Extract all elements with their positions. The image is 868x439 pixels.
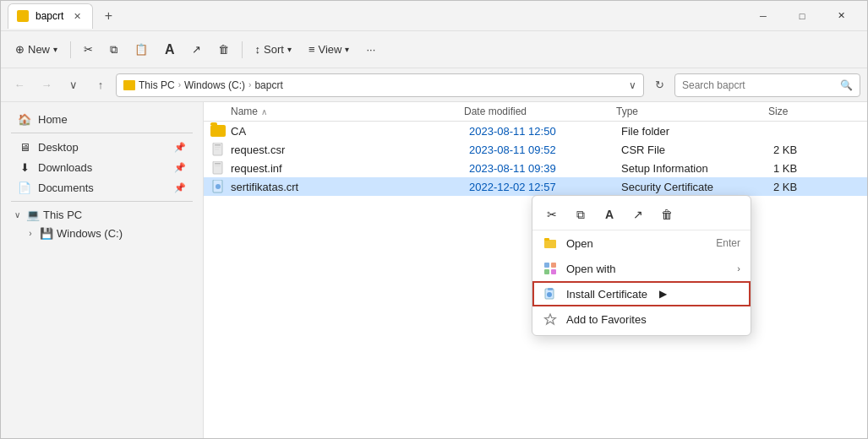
rename-button[interactable]: A	[157, 38, 183, 62]
ctx-openwith-chevron: ›	[737, 263, 740, 274]
ctx-cursor-icon: ▶	[659, 288, 667, 300]
breadcrumb-chevron-2: ›	[248, 80, 251, 89]
breadcrumb-expand-icon[interactable]: ∨	[629, 79, 636, 91]
thispc-expand-icon: ∨	[11, 209, 23, 220]
file-icon-inf	[210, 161, 226, 175]
view-icon: ≡	[308, 43, 315, 56]
file-row-ca[interactable]: CA 2023-08-11 12:50 File folder	[204, 122, 867, 140]
forward-button[interactable]: →	[35, 73, 58, 97]
sort-icon: ↕	[255, 43, 261, 56]
svg-rect-11	[544, 263, 549, 268]
ctx-item-favorites[interactable]: Add to Favorites	[532, 306, 751, 332]
file-list: Name ∧ Date modified Type Size	[204, 102, 867, 438]
view-button[interactable]: ≡ View ▾	[301, 39, 358, 60]
sidebar-documents-label: Documents	[38, 182, 94, 194]
folder-icon-ca	[210, 124, 226, 138]
downloads-pin-icon: 📌	[174, 162, 186, 173]
sidebar-item-downloads[interactable]: ⬇ Downloads 📌	[4, 157, 199, 177]
ctx-install-label: Install Certificate	[566, 288, 647, 301]
ctx-rename-button[interactable]: A	[597, 203, 622, 226]
sort-button[interactable]: ↕ Sort ▾	[248, 39, 299, 60]
ctx-share-icon: ↗	[633, 208, 643, 221]
file-date-inf: 2023-08-11 09:39	[469, 162, 621, 175]
address-bar: ← → ∨ ↑ This PC › Windows (C:) › bapcrt …	[1, 68, 867, 102]
view-dropdown-icon: ▾	[345, 45, 349, 54]
up-button[interactable]: ↑	[89, 73, 112, 97]
file-row-request-csr[interactable]: request.csr 2023-08-11 09:52 CSR File 2 …	[204, 140, 867, 159]
svg-point-16	[547, 292, 552, 297]
breadcrumb[interactable]: This PC › Windows (C:) › bapcrt ∨	[116, 73, 644, 97]
file-row-request-inf[interactable]: request.inf 2023-08-11 09:39 Setup Infor…	[204, 159, 867, 177]
sidebar-item-documents[interactable]: 📄 Documents 📌	[4, 177, 199, 198]
share-button[interactable]: ↗	[184, 39, 209, 60]
col-header-type[interactable]: Type	[616, 106, 768, 117]
paste-button[interactable]: 📋	[127, 39, 156, 60]
desktop-icon: 🖥	[18, 140, 31, 154]
file-size-inf: 1 KB	[773, 162, 841, 175]
refresh-button[interactable]: ↻	[647, 73, 671, 97]
breadcrumb-chevron-1: ›	[178, 80, 181, 89]
col-header-name[interactable]: Name ∧	[210, 106, 464, 117]
file-date-csr: 2023-08-11 09:52	[469, 144, 621, 156]
ctx-copy-button[interactable]: ⧉	[568, 203, 593, 226]
ctx-item-open[interactable]: Open Enter	[532, 230, 751, 256]
ctx-item-openwith[interactable]: Open with ›	[532, 256, 751, 281]
ctx-open-icon	[543, 236, 558, 251]
maximize-button[interactable]: □	[783, 1, 822, 31]
sidebar-item-windows[interactable]: › 💾 Windows (C:)	[1, 224, 203, 242]
ctx-item-install-cert[interactable]: Install Certificate ▶	[532, 281, 751, 306]
sidebar-separator-1	[11, 133, 193, 133]
file-type-inf: Setup Information	[621, 162, 773, 175]
paste-icon: 📋	[134, 43, 148, 56]
ctx-cut-button[interactable]: ✂	[539, 203, 565, 226]
file-type-crt: Security Certificate	[621, 181, 773, 193]
tab-bapcrt[interactable]: bapcrt ✕	[8, 3, 93, 29]
delete-button[interactable]: 🗑	[210, 39, 237, 60]
svg-rect-6	[215, 165, 221, 166]
copy-button[interactable]: ⧉	[102, 39, 125, 61]
breadcrumb-text: This PC	[139, 79, 175, 91]
tab-folder-icon	[17, 10, 29, 22]
new-button[interactable]: ⊕ New ▾	[8, 39, 65, 60]
new-icon: ⊕	[15, 43, 25, 56]
breadcrumb-windows: Windows (C:)	[184, 79, 245, 91]
windows-icon: 💾	[40, 226, 53, 240]
file-list-header: Name ∧ Date modified Type Size	[204, 102, 867, 122]
new-dropdown-icon: ▾	[53, 45, 57, 54]
toolbar: ⊕ New ▾ ✂ ⧉ 📋 A ↗ 🗑 ↕ Sort ▾ ≡	[1, 31, 867, 68]
sidebar-item-thispc[interactable]: ∨ 💻 This PC	[1, 205, 203, 224]
search-box[interactable]: 🔍	[674, 73, 860, 97]
recent-locations-button[interactable]: ∨	[62, 73, 85, 97]
ctx-share-button[interactable]: ↗	[625, 203, 651, 226]
ctx-open-label: Open	[566, 237, 593, 250]
sidebar-desktop-label: Desktop	[38, 141, 79, 154]
close-button[interactable]: ✕	[822, 1, 860, 31]
cut-button[interactable]: ✂	[76, 39, 101, 60]
svg-rect-3	[215, 149, 219, 150]
file-type-csr: CSR File	[621, 144, 773, 156]
file-date-ca: 2023-08-11 12:50	[469, 125, 621, 138]
ctx-delete-button[interactable]: 🗑	[654, 203, 680, 226]
tab-close-button[interactable]: ✕	[70, 9, 84, 23]
col-header-size[interactable]: Size	[768, 106, 836, 117]
svg-point-8	[216, 184, 221, 189]
file-name-csr: request.csr	[231, 144, 469, 156]
more-button[interactable]: ···	[358, 39, 383, 60]
window-controls: ─ □ ✕	[744, 1, 860, 31]
sidebar-item-home[interactable]: 🏠 Home	[4, 109, 199, 129]
windows-label: Windows (C:)	[57, 227, 123, 240]
search-input[interactable]	[682, 79, 835, 91]
toolbar-sep-2	[242, 41, 243, 58]
breadcrumb-bapcrt: bapcrt	[254, 79, 282, 91]
sidebar-item-desktop[interactable]: 🖥 Desktop 📌	[4, 137, 199, 157]
file-size-crt: 2 KB	[773, 181, 841, 193]
col-header-date[interactable]: Date modified	[464, 106, 616, 117]
ctx-delete-icon: 🗑	[661, 208, 673, 221]
file-row-sertifikatas[interactable]: sertifikatas.crt 2022-12-02 12:57 Securi…	[204, 177, 867, 196]
minimize-button[interactable]: ─	[744, 1, 783, 31]
file-explorer-window: bapcrt ✕ + ─ □ ✕ ⊕ New ▾ ✂ ⧉ 📋 A ↗	[0, 0, 868, 439]
back-button[interactable]: ←	[8, 73, 31, 97]
ctx-cut-icon: ✂	[547, 208, 557, 221]
new-tab-button[interactable]: +	[96, 4, 120, 28]
svg-rect-13	[544, 269, 549, 274]
